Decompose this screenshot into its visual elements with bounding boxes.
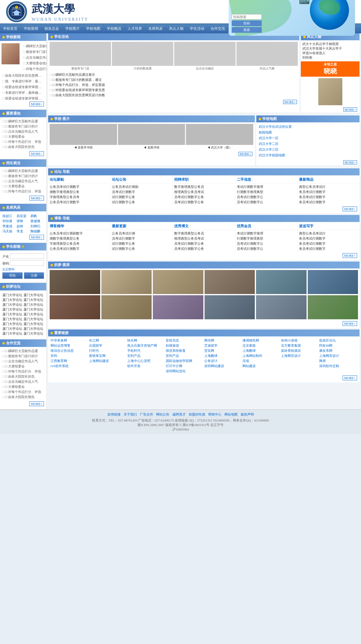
news-item[interactable]: 专家进行审评，最终确定奖项 [2,90,44,96]
forum-link[interactable]: 厦门大学论坛 [2,327,23,331]
employ-item[interactable]: □ 碉碑巨大贡献作品通 [2,168,44,173]
map-link-item[interactable]: 武汉大学一区 [259,135,357,141]
forum-link[interactable]: 厦门大学论坛 [2,322,23,326]
faculty-name[interactable]: 黄健雅 [30,219,44,223]
search-button[interactable]: 搜索 [232,27,262,33]
coop-item[interactable]: □ 碉碑巨大贡献作品通 [2,348,44,354]
faculty-name[interactable]: 陶德麟 [30,229,44,234]
blog-item[interactable]: 员考试行测数字公务 [174,241,233,246]
blog-item[interactable]: 务员考试行测数字 [299,236,358,241]
register-button[interactable]: 注册 [24,272,44,279]
link-item[interactable]: 软件开发 [127,363,165,369]
faculty-name[interactable]: 谭铮 [17,219,30,223]
nav-item-coop[interactable]: 合作交流 [208,24,228,33]
link-item[interactable]: 绩优系统恢复 [166,348,204,353]
footer-link[interactable]: 版权声明 [241,412,254,417]
footer-link[interactable]: 关于我们 [124,412,137,417]
link-item[interactable]: 澳洲移民网 [242,338,280,343]
nav-item-overview[interactable]: 学校概况 [104,24,125,33]
forum-link[interactable]: 厦门大学论坛 [2,331,23,336]
news-item[interactable]: 组委会组成专家评审团专家负责。 [2,84,44,90]
link-item[interactable]: 上海网站制作 [242,353,280,358]
link-item[interactable]: 北京家政 [242,343,280,348]
link-item[interactable]: 安利 [51,353,88,358]
blog-item[interactable]: 测数字推理典型公务 [50,236,109,241]
link-item[interactable]: 网兜网 [204,338,242,343]
username-input[interactable] [10,253,44,259]
nav-item-map[interactable]: 学校地图 [83,24,104,33]
link-item[interactable]: 艾迪留学 [204,343,242,348]
map-link-item[interactable]: 武汉大学三区 [259,147,357,152]
link-item[interactable]: 贸实网 [204,348,242,353]
forum-item[interactable]: 考试行测数字推理 [237,184,296,189]
coop-item[interactable]: □ 由各大院院长担负 [2,374,44,379]
link-item[interactable]: 休闲小游戏 [281,338,319,343]
forum-item[interactable]: 员考试行测数字公 [237,200,296,205]
wind-person-desc3[interactable]: 评选50名候选人 [302,51,358,55]
blog-item[interactable]: 务员考试行测数字 [299,246,358,251]
forum-link[interactable]: 厦门大学论坛 [2,298,23,302]
forgot-password-link[interactable]: 忘记密码 [2,267,44,271]
faculty-name[interactable]: 昌应棠 [17,214,30,218]
link-item[interactable]: 快乐网 [127,338,165,343]
activity-news-item[interactable]: □ 由各大院院长担负责网页设计的教 [50,93,298,98]
blog-item[interactable]: 试行测数字公务 [112,241,171,246]
forum-item[interactable]: 公务员考试行测数字 [50,184,109,189]
link-item[interactable]: 安利产品 [166,353,204,358]
blog-item[interactable]: 员考试行测数字公 [237,241,296,246]
blog-item[interactable]: 员考试行测数字 [112,236,171,241]
employ-item[interactable]: □ 点击当确定作品人气 [2,179,44,184]
nav-item-activities[interactable]: 学生活动 [187,24,208,33]
map-link-item[interactable]: 武汉大学二区 [259,141,357,147]
link-item[interactable]: 盲程无忧 [166,338,204,343]
link-item[interactable]: 网房 [319,358,357,363]
link-item[interactable]: 中华美食网 [51,338,88,343]
forum-item[interactable]: 务员考试行测数字 [299,195,358,200]
coop-item[interactable]: □ 大赛组委会 [2,384,44,389]
blog-item[interactable]: 员考试行测数字公 [237,246,296,251]
forum-link[interactable]: 厦门大学论坛 [23,293,44,297]
forum-item[interactable]: 公务员考试行测数字 [50,200,109,205]
link-item[interactable]: 上海翻译 [242,348,280,353]
link-item[interactable]: 安利产品 [127,353,165,358]
link-item[interactable]: 上海翻译 [204,353,242,358]
nav-item-home[interactable]: 学校首页 [0,24,21,33]
coop-item[interactable]: □ 对每个作品打分、评选 [2,369,44,374]
coop-item[interactable]: □ 由各大院院长期负 [2,394,44,400]
link-item[interactable]: 上海网站建设 [89,358,127,363]
forum-link[interactable]: 厦门大学论坛 [2,317,23,321]
activity-news-item[interactable]: □ 对组委会组成专家评审团专家负责 [50,87,298,93]
footer-link[interactable]: 加盟好吃佬 [189,412,205,417]
link-item[interactable]: 网站建设 [242,363,280,369]
nav-item-celebrity[interactable]: 风云人物 [166,24,187,33]
link-item[interactable]: 上海中心心灵吧 [127,358,165,363]
nav-item-photos[interactable]: 学校图片 [62,24,83,33]
link-item[interactable]: 桂林旅游 [166,343,204,348]
forum-item[interactable]: 推理典型公务员考试 [174,189,233,195]
faculty-name[interactable]: 李龙 [17,229,30,234]
link-item[interactable]: 新锆珠宝网 [89,353,127,358]
coop-item[interactable]: □ 点击当确定作品人气 [2,359,44,364]
forum-link[interactable]: 厦门大学论坛 [23,322,44,326]
faculty-name[interactable]: 刘纲纪 [30,224,44,228]
forum-link[interactable]: 厦门大学论坛 [23,302,44,307]
footer-link[interactable]: 帮助中心 [208,412,221,417]
map-link-item[interactable]: 校园地图 [259,130,357,135]
nav-item-talent[interactable]: 人才培养 [125,24,145,33]
forum-item[interactable]: 员考试行测数字公务 [174,200,233,205]
forum-item[interactable]: 试行测数字公务 [112,195,171,200]
link-item[interactable]: 焦点石家庄房地产网 [127,343,165,348]
link-item[interactable]: 行时代 [89,348,127,353]
forum-item[interactable]: 行测数字推理典型 [237,189,296,195]
link-item[interactable]: 出国留学 [89,343,127,348]
link-item[interactable]: 康友系网 [319,348,357,353]
footer-link[interactable]: 诚聘英才 [172,412,186,417]
nav-item-news[interactable]: 学校新闻 [21,24,42,33]
link-item[interactable]: 长江网 [89,338,127,343]
blog-item[interactable]: 字推理典型公务员考 [50,241,109,246]
link-item[interactable]: 手机时代 [127,348,165,353]
forum-item[interactable]: 测数字推理典型公务 [50,189,109,195]
news-item[interactable]: 由各大院院长担负责网页设计的数 [2,73,44,78]
forum-link[interactable]: 厦门大学论坛 [23,307,44,312]
map-link-item[interactable]: 武汉大学在武汉的位置 [259,124,357,130]
